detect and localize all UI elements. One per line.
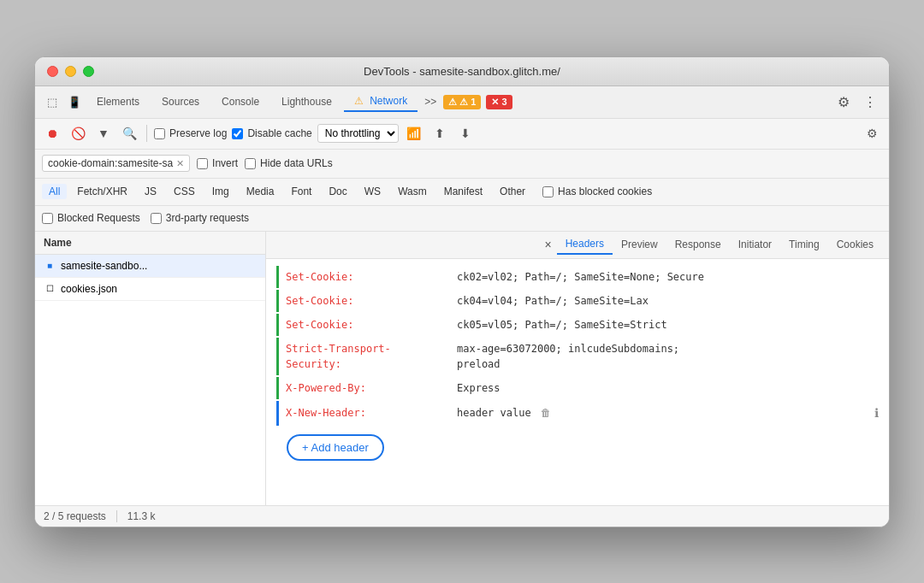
filter-doc[interactable]: Doc <box>322 184 353 199</box>
window-title: DevTools - samesite-sandbox.glitch.me/ <box>364 65 560 78</box>
file-name: samesite-sandbo... <box>61 260 147 272</box>
preserve-log-checkbox[interactable] <box>154 128 165 139</box>
wifi-icon[interactable]: 📶 <box>404 123 424 144</box>
filter-text: cookie-domain:samesite-sa <box>48 157 173 169</box>
filter-css[interactable]: CSS <box>167 184 202 199</box>
network-warning-icon: ⚠ <box>354 95 364 107</box>
header-name: Set-Cookie: <box>286 293 457 309</box>
close-button[interactable] <box>47 66 58 77</box>
maximize-button[interactable] <box>83 66 94 77</box>
hide-data-urls-label[interactable]: Hide data URLs <box>245 157 333 169</box>
header-name: X-New-Header: <box>286 405 457 421</box>
header-row: X-New-Header: header value 🗑 ℹ <box>276 401 879 426</box>
tab-sources[interactable]: Sources <box>151 92 210 111</box>
trash-icon[interactable]: 🗑 <box>541 407 551 419</box>
filter-chip: cookie-domain:samesite-sa ✕ <box>42 155 190 172</box>
list-item[interactable]: ☐ cookies.json <box>35 278 265 301</box>
tab-timing[interactable]: Timing <box>780 235 828 254</box>
settings-button[interactable]: ⚙ <box>831 91 856 114</box>
more-options-button[interactable]: ⋮ <box>858 91 882 114</box>
device-icon[interactable]: 📱 <box>64 91 85 112</box>
inspect-icon[interactable]: ⬚ <box>42 91 62 112</box>
filter-js[interactable]: JS <box>138 184 163 199</box>
filter-ws[interactable]: WS <box>358 184 388 199</box>
disable-cache-checkbox[interactable] <box>232 128 243 139</box>
preserve-log-label[interactable]: Preserve log <box>154 127 227 139</box>
third-party-label[interactable]: 3rd-party requests <box>151 212 249 224</box>
tab-elements[interactable]: Elements <box>86 92 150 111</box>
header-value: Express <box>457 380 500 396</box>
invert-checkbox[interactable] <box>197 158 208 169</box>
tab-response[interactable]: Response <box>666 235 730 254</box>
warning-badge[interactable]: ⚠ ⚠ 1 <box>443 95 481 109</box>
detail-tabs: × Headers Preview Response Initiator Tim… <box>266 232 889 259</box>
close-detail-button[interactable]: × <box>540 236 557 253</box>
record-button[interactable]: ⏺ <box>42 123 62 144</box>
throttle-select[interactable]: No throttling <box>317 124 399 143</box>
filter-manifest[interactable]: Manifest <box>437 184 489 199</box>
clear-button[interactable]: 🚫 <box>68 123 88 144</box>
network-settings-button[interactable]: ⚙ <box>862 123 882 144</box>
has-blocked-cookies-checkbox[interactable] <box>542 186 554 197</box>
headers-section: Set-Cookie: ck02=vl02; Path=/; SameSite=… <box>266 259 889 474</box>
traffic-lights <box>47 66 94 77</box>
filter-close-button[interactable]: ✕ <box>176 158 184 169</box>
filter-media[interactable]: Media <box>240 184 281 199</box>
has-blocked-cookies-label[interactable]: Has blocked cookies <box>542 186 652 197</box>
header-row: X-Powered-By: Express <box>276 377 879 399</box>
list-item[interactable]: ■ samesite-sandbo... <box>35 255 265 278</box>
info-icon[interactable]: ℹ <box>874 404 879 422</box>
file-list-header: Name <box>35 232 265 255</box>
minimize-button[interactable] <box>65 66 76 77</box>
hide-data-urls-checkbox[interactable] <box>245 158 256 169</box>
tab-lighthouse[interactable]: Lighthouse <box>271 92 342 111</box>
blocked-requests-checkbox[interactable] <box>42 213 53 224</box>
tab-initiator[interactable]: Initiator <box>730 235 780 254</box>
more-tabs-button[interactable]: >> <box>419 92 441 111</box>
header-name: X-Powered-By: <box>286 380 457 396</box>
devtools-window: DevTools - samesite-sandbox.glitch.me/ ⬚… <box>34 56 890 527</box>
transfer-size: 11.3 k <box>127 510 156 522</box>
status-bar: 2 / 5 requests 11.3 k <box>35 505 889 527</box>
type-filters: All Fetch/XHR JS CSS Img Media Font Doc … <box>35 179 889 206</box>
filter-all[interactable]: All <box>42 184 67 199</box>
blocked-filters: Blocked Requests 3rd-party requests <box>35 206 889 232</box>
tab-network[interactable]: ⚠ Network <box>344 91 418 112</box>
filter-wasm[interactable]: Wasm <box>391 184 434 199</box>
file-name: cookies.json <box>61 283 117 295</box>
tab-console[interactable]: Console <box>211 92 270 111</box>
main-toolbar: ⬚ 📱 Elements Sources Console Lighthouse … <box>35 86 889 119</box>
toolbar-divider-1 <box>146 125 147 142</box>
import-button[interactable]: ⬆ <box>429 123 450 144</box>
filter-font[interactable]: Font <box>284 184 318 199</box>
title-bar: DevTools - samesite-sandbox.glitch.me/ <box>35 57 889 86</box>
third-party-checkbox[interactable] <box>151 213 162 224</box>
filter-img[interactable]: Img <box>205 184 236 199</box>
detail-panel: × Headers Preview Response Initiator Tim… <box>266 232 889 505</box>
header-name: Set-Cookie: <box>286 317 457 333</box>
network-toolbar: ⏺ 🚫 ▼ 🔍 Preserve log Disable cache No th… <box>35 119 889 150</box>
tab-headers[interactable]: Headers <box>557 234 613 255</box>
file-icon: ☐ <box>44 283 56 295</box>
filter-button[interactable]: ▼ <box>93 123 114 144</box>
disable-cache-label[interactable]: Disable cache <box>232 127 311 139</box>
export-button[interactable]: ⬇ <box>455 123 476 144</box>
header-row: Set-Cookie: ck04=vl04; Path=/; SameSite=… <box>276 290 879 312</box>
header-row: Set-Cookie: ck05=vl05; Path=/; SameSite=… <box>276 314 879 336</box>
header-value: ck04=vl04; Path=/; SameSite=Lax <box>457 293 649 309</box>
filter-fetch[interactable]: Fetch/XHR <box>70 184 134 199</box>
blocked-requests-label[interactable]: Blocked Requests <box>42 212 140 224</box>
header-name: Set-Cookie: <box>286 269 457 285</box>
warning-icon: ⚠ <box>448 97 457 108</box>
file-list: Name ■ samesite-sandbo... ☐ cookies.json <box>35 232 266 505</box>
main-content: Name ■ samesite-sandbo... ☐ cookies.json… <box>35 232 889 505</box>
tab-cookies[interactable]: Cookies <box>828 235 882 254</box>
filter-bar: cookie-domain:samesite-sa ✕ Invert Hide … <box>35 150 889 179</box>
tab-preview[interactable]: Preview <box>613 235 666 254</box>
header-row: Strict-Transport- Security: max-age=6307… <box>276 338 879 375</box>
search-button[interactable]: 🔍 <box>119 123 139 144</box>
error-badge[interactable]: ✕ 3 <box>486 95 512 109</box>
invert-label[interactable]: Invert <box>197 157 238 169</box>
filter-other[interactable]: Other <box>493 184 532 199</box>
add-header-button[interactable]: + Add header <box>287 434 384 461</box>
